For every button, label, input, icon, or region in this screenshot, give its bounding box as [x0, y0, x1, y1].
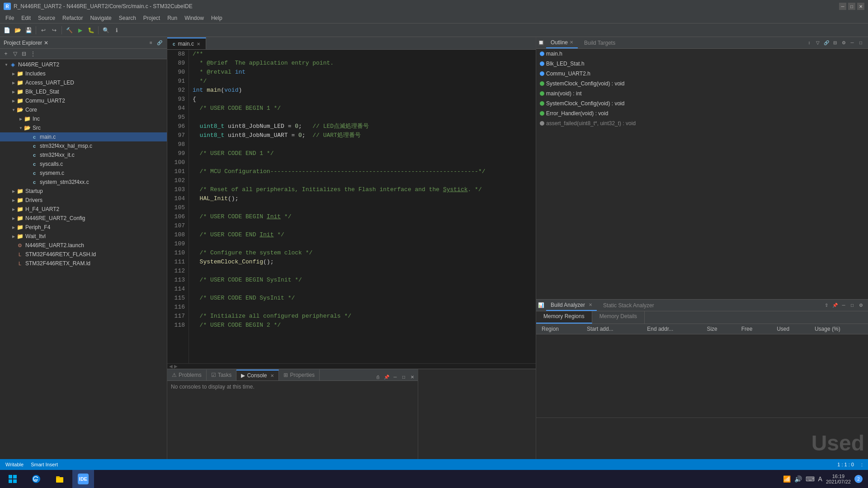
save-button[interactable]: 💾 — [24, 25, 33, 35]
tree-item-periph[interactable]: ▶ 📁 Periph_F4 — [0, 223, 167, 232]
tree-item-access-uart-led[interactable]: ▶ 📁 Access_UART_LED — [0, 78, 167, 87]
outline-settings-button[interactable]: ⚙ — [840, 39, 847, 47]
tree-item-it-c[interactable]: c stm32f4xx_it.c — [0, 150, 167, 160]
console-maximize-button[interactable]: □ — [400, 373, 407, 380]
outline-collapse-button[interactable]: ⊟ — [831, 39, 839, 47]
network-icon[interactable]: 📶 — [783, 475, 791, 483]
tab-static-stack[interactable]: Static Stack Analyzer — [599, 300, 659, 311]
outline-item-main-h[interactable]: main.h — [536, 49, 868, 59]
taskbar-edge[interactable] — [25, 470, 47, 488]
code-scrollbar[interactable] — [530, 50, 536, 363]
outline-sort-button[interactable]: ↕ — [806, 39, 813, 47]
menu-run[interactable]: Run — [164, 14, 181, 22]
ba-pin-button[interactable]: 📌 — [831, 302, 839, 309]
menu-search[interactable]: Search — [115, 14, 140, 22]
tree-item-main-c[interactable]: c main.c — [0, 132, 167, 141]
build-analyzer-close[interactable]: ✕ — [589, 302, 592, 307]
tree-item-startup[interactable]: ▶ 📁 Startup — [0, 187, 167, 196]
build-button[interactable]: 🔨 — [64, 25, 74, 35]
editor-tab-main-c[interactable]: c main.c ✕ — [167, 38, 206, 49]
menu-file[interactable]: File — [2, 14, 18, 22]
tree-item-hf4-uart2[interactable]: ▶ 📁 H_F4_UART2 — [0, 205, 167, 214]
ba-max-button[interactable]: □ — [849, 302, 856, 309]
tree-item-system-stm32[interactable]: c system_stm32f4xx.c — [0, 178, 167, 187]
pe-menu-button[interactable]: ⋮ — [29, 50, 37, 58]
menu-window[interactable]: Window — [181, 14, 208, 22]
tab-outline[interactable]: Outline ✕ — [546, 38, 578, 48]
tree-item-n446-config[interactable]: ▶ 📁 N446RE_UART2_Config — [0, 214, 167, 223]
tab-console-close[interactable]: ✕ — [270, 373, 274, 378]
outline-item-main-fn[interactable]: main(void) : int — [536, 89, 868, 99]
outline-item-commu-uart2-h[interactable]: Commu_UART2.h — [536, 69, 868, 79]
new-button[interactable]: 📄 — [2, 25, 12, 35]
outline-item-sysclock-fn[interactable]: SystemClock_Config(void) : void — [536, 79, 868, 89]
collapse-all-button[interactable]: ≡ — [147, 39, 155, 47]
info-button[interactable]: ℹ — [112, 25, 122, 35]
taskbar-explorer[interactable] — [49, 470, 71, 488]
tree-item-drivers[interactable]: ▶ 📁 Drivers — [0, 196, 167, 205]
tree-item-inc[interactable]: ▶ 📁 Inc — [0, 114, 167, 123]
menu-refactor[interactable]: Refactor — [59, 14, 86, 22]
outline-item-sysclock2-fn[interactable]: SystemClock_Config(void) : void — [536, 99, 868, 108]
tab-memory-details[interactable]: Memory Details — [592, 311, 645, 324]
tab-properties[interactable]: ⊞ Properties — [279, 370, 320, 380]
menu-project[interactable]: Project — [140, 14, 164, 22]
console-minimize-button[interactable]: ─ — [392, 373, 399, 380]
pe-new-button[interactable]: + — [2, 50, 10, 58]
tree-item-launch[interactable]: ⚙ N446RE_UART2.launch — [0, 241, 167, 250]
tab-close-main-c[interactable]: ✕ — [197, 42, 200, 47]
pe-collapse-button[interactable]: ⊟ — [20, 50, 28, 58]
memory-horizontal-scrollbar[interactable] — [536, 418, 868, 423]
window-controls[interactable]: ─ □ ✕ — [839, 3, 864, 10]
taskbar-ide[interactable]: IDE — [72, 470, 94, 488]
tab-console[interactable]: ▶ Console ✕ — [236, 370, 279, 380]
outline-item-error-handler-fn[interactable]: Error_Handler(void) : void — [536, 108, 868, 118]
tab-memory-regions[interactable]: Memory Regions — [536, 311, 592, 324]
volume-icon[interactable]: 🔊 — [794, 475, 802, 483]
outline-tab-close[interactable]: ✕ — [570, 40, 573, 45]
ba-settings-button[interactable]: ⚙ — [857, 302, 864, 309]
tree-item-includes[interactable]: ▶ 📁 Includes — [0, 69, 167, 78]
tree-item-flash-ld[interactable]: L STM32F446RETX_FLASH.ld — [0, 250, 167, 259]
ba-min-button[interactable]: ─ — [840, 302, 847, 309]
pe-filter-button[interactable]: ▽ — [11, 50, 19, 58]
debug-button[interactable]: 🐛 — [86, 25, 96, 35]
code-content[interactable]: /** * @brief The application entry point… — [189, 50, 530, 363]
console-close-button[interactable]: ✕ — [409, 373, 416, 380]
menu-navigate[interactable]: Navigate — [86, 14, 115, 22]
console-clear-button[interactable]: ⎙ — [374, 373, 382, 380]
tree-item-n446re[interactable]: ▼ ◈ N446RE_UART2 — [0, 60, 167, 69]
search-toolbar-button[interactable]: 🔍 — [101, 25, 111, 35]
tab-build-targets[interactable]: Build Targets — [580, 38, 620, 48]
notification-badge[interactable]: 2 — [854, 475, 863, 483]
link-with-editor-button[interactable]: 🔗 — [156, 39, 163, 47]
open-button[interactable]: 📂 — [13, 25, 23, 35]
tree-item-core[interactable]: ▼ 📂 Core — [0, 105, 167, 114]
outline-min-button[interactable]: ─ — [849, 39, 856, 47]
ba-export-button[interactable]: ⇧ — [823, 302, 830, 309]
tab-build-analyzer[interactable]: Build Analyzer ✕ — [546, 300, 597, 311]
outline-filter-button[interactable]: ▽ — [814, 39, 821, 47]
close-button[interactable]: ✕ — [857, 3, 864, 10]
tab-tasks[interactable]: ☑ Tasks — [207, 370, 237, 380]
menu-edit[interactable]: Edit — [18, 14, 34, 22]
outline-item-blk-led-stat-h[interactable]: Blk_LED_Stat.h — [536, 59, 868, 69]
outline-max-button[interactable]: □ — [857, 39, 864, 47]
menu-source[interactable]: Source — [34, 14, 59, 22]
tree-item-syscalls[interactable]: c syscalls.c — [0, 160, 167, 169]
menu-help[interactable]: Help — [208, 14, 226, 22]
tree-item-ram-ld[interactable]: L STM32F446RETX_RAM.ld — [0, 259, 167, 268]
code-editor[interactable]: 88 89 90 91 92 93 94 95 96 97 98 99 100 … — [167, 50, 536, 363]
editor-horizontal-scrollbar[interactable]: ◀ ▶ — [167, 363, 536, 369]
tab-problems[interactable]: ⚠ Problems — [167, 370, 207, 380]
tree-item-sysmem[interactable]: c sysmem.c — [0, 169, 167, 178]
tree-item-blk-led-stat[interactable]: ▶ 📁 Blk_LED_Stat — [0, 87, 167, 96]
start-button[interactable] — [2, 470, 24, 488]
tree-item-commu-uart2[interactable]: ▶ 📁 Commu_UART2 — [0, 96, 167, 105]
notification-icon[interactable]: A — [818, 475, 822, 483]
keyboard-icon[interactable]: ⌨ — [806, 475, 815, 483]
outline-link-button[interactable]: 🔗 — [823, 39, 830, 47]
undo-button[interactable]: ↩ — [38, 25, 48, 35]
outline-item-assert-failed-fn[interactable]: assert_failed(uint8_t*, uint32_t) : void — [536, 118, 868, 128]
maximize-button[interactable]: □ — [848, 3, 855, 10]
